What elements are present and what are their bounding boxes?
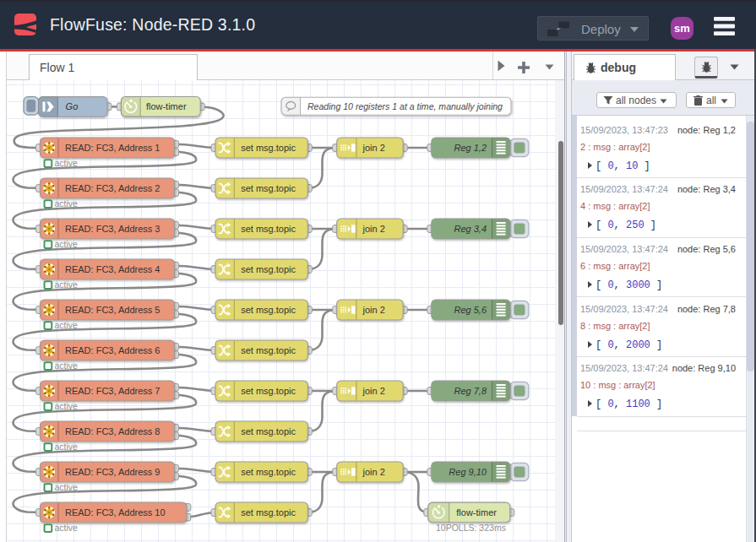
svg-text:READ: FC3, Address 9: READ: FC3, Address 9 bbox=[65, 467, 160, 477]
svg-text:10POLLS: 323ms: 10POLLS: 323ms bbox=[436, 523, 506, 533]
svg-text:READ: FC3, Address 3: READ: FC3, Address 3 bbox=[65, 224, 160, 234]
svg-text:active: active bbox=[55, 482, 79, 492]
svg-text:READ: FC3, Address 8: READ: FC3, Address 8 bbox=[65, 426, 160, 436]
svg-text:Reg 7,8: Reg 7,8 bbox=[454, 386, 487, 396]
svg-text:READ: FC3, Address 2: READ: FC3, Address 2 bbox=[65, 183, 160, 193]
svg-text:set msg.topic: set msg.topic bbox=[241, 183, 296, 193]
svg-text:join 2: join 2 bbox=[362, 143, 385, 153]
svg-text:READ: FC3, Address 6: READ: FC3, Address 6 bbox=[65, 345, 160, 355]
svg-text:active: active bbox=[55, 401, 79, 411]
svg-text:join 2: join 2 bbox=[362, 467, 385, 477]
svg-text:Reg 1,2: Reg 1,2 bbox=[454, 143, 487, 153]
svg-text:active: active bbox=[55, 320, 79, 330]
svg-text:set msg.topic: set msg.topic bbox=[241, 305, 296, 315]
svg-text:set msg.topic: set msg.topic bbox=[241, 426, 296, 436]
svg-text:active: active bbox=[55, 158, 79, 168]
svg-text:set msg.topic: set msg.topic bbox=[241, 386, 296, 396]
svg-text:set msg.topic: set msg.topic bbox=[241, 264, 296, 274]
svg-text:READ: FC3, Address 4: READ: FC3, Address 4 bbox=[65, 264, 160, 274]
svg-text:join 2: join 2 bbox=[362, 224, 385, 234]
svg-text:set msg.topic: set msg.topic bbox=[241, 224, 296, 234]
svg-text:join 2: join 2 bbox=[362, 386, 385, 396]
svg-text:Go: Go bbox=[66, 101, 79, 111]
svg-text:Reading 10 registers 1 at a ti: Reading 10 registers 1 at a time, manual… bbox=[307, 101, 503, 111]
svg-text:active: active bbox=[55, 360, 79, 371]
svg-text:join 2: join 2 bbox=[362, 305, 385, 315]
svg-text:READ: FC3, Address 5: READ: FC3, Address 5 bbox=[65, 305, 160, 315]
svg-text:set msg.topic: set msg.topic bbox=[241, 143, 296, 153]
svg-text:active: active bbox=[55, 198, 79, 209]
svg-text:READ: FC3, Address 10: READ: FC3, Address 10 bbox=[65, 507, 166, 518]
svg-text:set msg.topic: set msg.topic bbox=[241, 345, 296, 355]
svg-text:active: active bbox=[55, 239, 79, 249]
svg-text:active: active bbox=[55, 279, 79, 290]
svg-text:set msg.topic: set msg.topic bbox=[241, 507, 296, 518]
svg-text:flow-timer: flow-timer bbox=[456, 507, 497, 518]
svg-text:set msg.topic: set msg.topic bbox=[241, 467, 296, 477]
svg-text:Reg 3,4: Reg 3,4 bbox=[454, 224, 487, 234]
svg-text:flow-timer: flow-timer bbox=[146, 101, 187, 111]
svg-text:active: active bbox=[55, 442, 79, 452]
svg-text:Reg 9,10: Reg 9,10 bbox=[449, 467, 487, 477]
svg-text:Reg 5,6: Reg 5,6 bbox=[454, 305, 487, 315]
svg-text:READ: FC3, Address 7: READ: FC3, Address 7 bbox=[65, 386, 160, 396]
svg-text:READ: FC3, Address 1: READ: FC3, Address 1 bbox=[65, 143, 160, 153]
svg-text:active: active bbox=[55, 523, 79, 533]
